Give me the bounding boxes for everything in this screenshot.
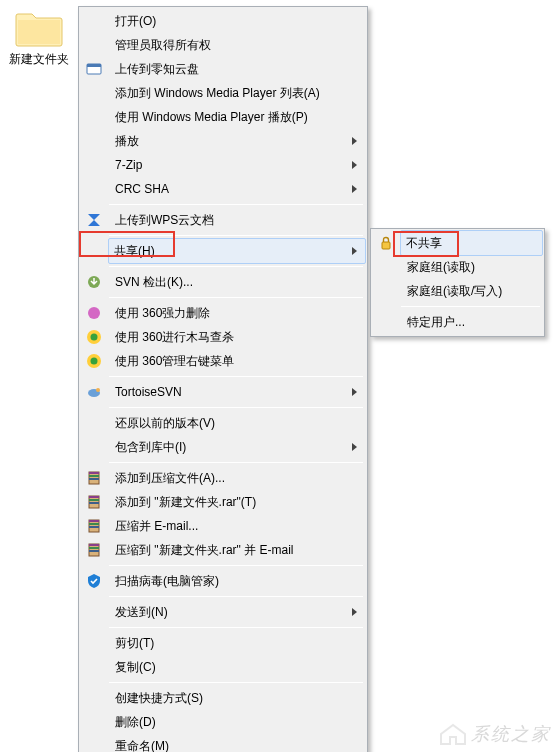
menu-item-label: 复制(C) [115, 659, 156, 676]
context-menu-item[interactable]: 扫描病毒(电脑管家) [109, 569, 365, 593]
360-menu-icon [83, 350, 105, 372]
svg-rect-26 [382, 242, 390, 249]
svg-rect-15 [89, 496, 99, 498]
menu-separator [109, 565, 363, 566]
menu-item-label: 使用 Windows Media Player 播放(P) [115, 109, 308, 126]
svg-rect-11 [89, 472, 99, 474]
menu-separator [109, 407, 363, 408]
context-menu-item[interactable]: 重命名(M) [109, 734, 365, 752]
svg-point-5 [91, 334, 98, 341]
context-menu-item[interactable]: 剪切(T) [109, 631, 365, 655]
context-menu-item[interactable]: 使用 360进行木马查杀 [109, 325, 365, 349]
context-menu-item[interactable]: 复制(C) [109, 655, 365, 679]
menu-separator [109, 462, 363, 463]
menu-item-label: 播放 [115, 133, 139, 150]
context-menu-item[interactable]: 使用 Windows Media Player 播放(P) [109, 105, 365, 129]
context-menu-item[interactable]: 还原以前的版本(V) [109, 411, 365, 435]
context-menu-item[interactable]: 打开(O) [109, 9, 365, 33]
context-menu-item[interactable]: 播放 [109, 129, 365, 153]
context-menu-item[interactable]: TortoiseSVN [109, 380, 365, 404]
context-menu-item[interactable]: 7-Zip [109, 153, 365, 177]
context-menu-item[interactable]: CRC SHA [109, 177, 365, 201]
menu-item-label: SVN 检出(K)... [115, 274, 193, 291]
svn-checkout-icon [83, 271, 105, 293]
svg-rect-1 [87, 64, 101, 67]
menu-item-label: 删除(D) [115, 714, 156, 731]
context-menu-item[interactable]: 使用 360强力删除 [109, 301, 365, 325]
menu-item-label: 使用 360强力删除 [115, 305, 210, 322]
context-menu-item[interactable]: 添加到压缩文件(A)... [109, 466, 365, 490]
menu-separator [109, 682, 363, 683]
menu-item-label: 上传到WPS云文档 [115, 212, 214, 229]
rar-icon [83, 491, 105, 513]
rar-icon [83, 467, 105, 489]
menu-separator [401, 306, 540, 307]
share-submenu-item[interactable]: 家庭组(读取/写入) [401, 279, 542, 303]
context-menu-item[interactable]: 上传到零知云盘 [109, 57, 365, 81]
menu-item-label: TortoiseSVN [115, 385, 182, 399]
context-menu-item[interactable]: 共享(H) [108, 238, 366, 264]
rar-icon [83, 515, 105, 537]
submenu-arrow-icon [352, 388, 357, 396]
svg-point-9 [96, 388, 100, 392]
menu-item-label: 不共享 [406, 235, 442, 252]
menu-item-label: 添加到 Windows Media Player 列表(A) [115, 85, 320, 102]
menu-item-label: 添加到 "新建文件夹.rar"(T) [115, 494, 256, 511]
context-menu-item[interactable]: SVN 检出(K)... [109, 270, 365, 294]
svg-rect-21 [89, 526, 99, 528]
menu-separator [109, 235, 363, 236]
svg-rect-20 [89, 523, 99, 525]
menu-item-label: 还原以前的版本(V) [115, 415, 215, 432]
svg-rect-12 [89, 475, 99, 477]
svg-rect-17 [89, 502, 99, 504]
desktop-folder[interactable]: 新建文件夹 [4, 6, 74, 69]
menu-separator [109, 297, 363, 298]
menu-item-label: 添加到压缩文件(A)... [115, 470, 225, 487]
tortoise-icon [83, 381, 105, 403]
menu-item-label: 发送到(N) [115, 604, 168, 621]
menu-separator [109, 627, 363, 628]
share-submenu-item[interactable]: 家庭组(读取) [401, 255, 542, 279]
context-menu-item[interactable]: 使用 360管理右键菜单 [109, 349, 365, 373]
menu-separator [109, 266, 363, 267]
svg-rect-3 [88, 307, 100, 319]
context-menu-item[interactable]: 压缩并 E-mail... [109, 514, 365, 538]
context-menu-item[interactable]: 删除(D) [109, 710, 365, 734]
svg-rect-23 [89, 544, 99, 546]
menu-item-label: 压缩到 "新建文件夹.rar" 并 E-mail [115, 542, 294, 559]
menu-separator [109, 204, 363, 205]
share-submenu-item[interactable]: 特定用户... [401, 310, 542, 334]
svg-rect-16 [89, 499, 99, 501]
watermark-text: 系统之家 [471, 722, 551, 746]
svg-rect-24 [89, 547, 99, 549]
rar-icon [83, 539, 105, 561]
menu-item-label: 使用 360管理右键菜单 [115, 353, 234, 370]
context-menu-item[interactable]: 发送到(N) [109, 600, 365, 624]
guanjia-icon [83, 570, 105, 592]
menu-item-label: 7-Zip [115, 158, 142, 172]
context-menu: 打开(O)管理员取得所有权上传到零知云盘添加到 Windows Media Pl… [78, 6, 368, 752]
menu-item-label: 使用 360进行木马查杀 [115, 329, 234, 346]
share-submenu-item[interactable]: 不共享 [400, 230, 543, 256]
context-menu-item[interactable]: 包含到库中(I) [109, 435, 365, 459]
context-menu-item[interactable]: 管理员取得所有权 [109, 33, 365, 57]
menu-item-label: 特定用户... [407, 314, 465, 331]
svg-rect-19 [89, 520, 99, 522]
menu-item-label: 压缩并 E-mail... [115, 518, 198, 535]
context-menu-item[interactable]: 添加到 "新建文件夹.rar"(T) [109, 490, 365, 514]
context-menu-item[interactable]: 添加到 Windows Media Player 列表(A) [109, 81, 365, 105]
menu-item-label: 上传到零知云盘 [115, 61, 199, 78]
context-menu-item[interactable]: 创建快捷方式(S) [109, 686, 365, 710]
context-menu-item[interactable]: 上传到WPS云文档 [109, 208, 365, 232]
menu-item-label: 打开(O) [115, 13, 156, 30]
menu-separator [109, 376, 363, 377]
context-menu-item[interactable]: 压缩到 "新建文件夹.rar" 并 E-mail [109, 538, 365, 562]
folder-label: 新建文件夹 [4, 50, 74, 69]
menu-item-label: 包含到库中(I) [115, 439, 186, 456]
svg-rect-25 [89, 550, 99, 552]
menu-item-label: 共享(H) [114, 243, 155, 260]
menu-separator [109, 596, 363, 597]
menu-item-label: 扫描病毒(电脑管家) [115, 573, 219, 590]
menu-item-label: 创建快捷方式(S) [115, 690, 203, 707]
360-del-icon [83, 302, 105, 324]
